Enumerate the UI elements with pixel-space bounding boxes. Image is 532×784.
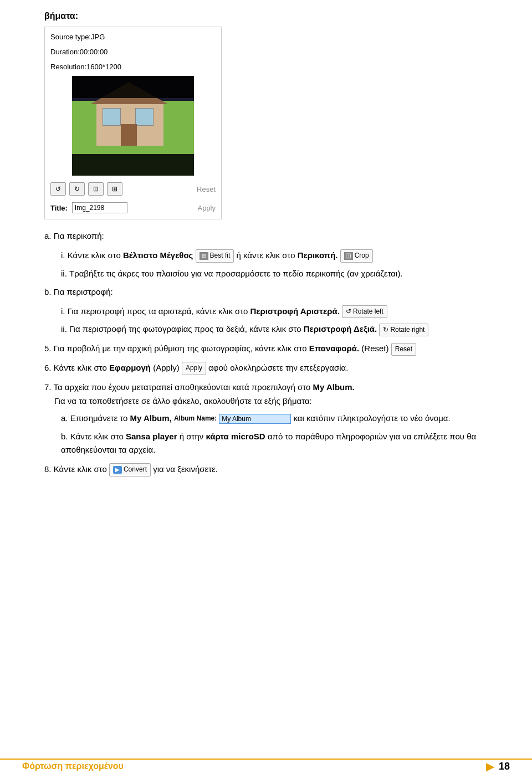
convert-icon: ▶ (113, 466, 122, 474)
footer: Φόρτωση περιεχομένου ▶ 18 (0, 759, 532, 773)
section-b-label: b. Για περιστροφή: (44, 285, 499, 299)
item7b: b. Κάντε κλικ στο Sansa player ή στην κά… (61, 430, 499, 458)
item7a-text: Επισημάνετε το (70, 413, 130, 423)
album-name-input[interactable] (219, 414, 291, 424)
section-b-subitems: i. Για περιστροφή προς τα αριστερά, κάντ… (61, 305, 499, 337)
apply-tool-btn[interactable]: Apply (197, 204, 216, 212)
item6-mid: (Apply) (153, 363, 182, 372)
item6: 6. Κάντε κλικ στο Εφαρμογή (Apply) Apply… (44, 361, 499, 375)
footer-arrow-icon: ▶ (486, 760, 494, 773)
title-row: Title: Apply (50, 202, 216, 213)
reset-tool-btn[interactable]: Reset (197, 185, 216, 193)
album-name-label: Album Name: (174, 413, 217, 424)
image-preview (72, 76, 194, 176)
crop-btn-label: Crop (355, 250, 369, 262)
crop-tool-btn[interactable]: ⊡ (88, 182, 104, 196)
convert-button[interactable]: ▶ Convert (109, 463, 151, 476)
b-ii-label: ii. (61, 324, 69, 334)
item7a: a. Επισημάνετε το My Album, Album Name: … (61, 412, 499, 426)
house-image (72, 76, 194, 176)
steps-heading: βήματα: (44, 11, 499, 21)
a-text: Για περικοπή: (54, 231, 104, 240)
b-ii-item: ii. Για περιστροφή της φωτογραφίας προς … (61, 322, 499, 336)
black-overlay-bottom (72, 154, 194, 176)
item7-label: 7. (44, 382, 53, 392)
title-input[interactable] (72, 202, 127, 213)
item7a-bold: My Album, (130, 413, 171, 423)
item5-text: Για προβολή με την αρχική ρύθμιση της φω… (54, 344, 309, 353)
item7b-bold1: Sansa player (126, 432, 177, 441)
black-overlay-top (72, 76, 194, 98)
a-i-text: Κάντε κλικ στο (68, 250, 123, 260)
item8-end: για να ξεκινήσετε. (153, 464, 218, 474)
footer-right: ▶ 18 (486, 760, 510, 773)
item7: 7. Τα αρχεία που έχουν μετατραπεί αποθηκ… (44, 381, 499, 457)
crop-icon: ⊡ (344, 252, 353, 260)
house-window-left (103, 108, 121, 126)
footer-text: Φόρτωση περιεχομένου (22, 761, 124, 771)
rotate-right-icon: ↻ (383, 325, 388, 336)
apply-btn-label: Apply (186, 363, 202, 374)
item7-sub: Για να τα τοποθετήσετε σε άλλο φάκελο, α… (54, 396, 312, 406)
section-a-subitems: i. Κάντε κλικ στο Βέλτιστο Μέγεθος ⊞ Bes… (61, 249, 499, 281)
b-ii-text: Για περιστροφή της φωτογραφίας προς τα δ… (69, 324, 304, 334)
toolbar: ↺ ↻ ⊡ ⊞ Reset (50, 180, 216, 198)
bestfit-tool-btn[interactable]: ⊞ (107, 182, 122, 196)
panel-duration: Duration:00:00:00 (50, 47, 216, 58)
b-i-label: i. (61, 306, 68, 316)
item6-text: Κάντε κλικ στο (54, 363, 109, 372)
rotate-right-tool-btn[interactable]: ↻ (69, 182, 85, 196)
image-panel: Source type:JPG Duration:00:00:00 Resolu… (44, 27, 222, 219)
a-i-item: i. Κάντε κλικ στο Βέλτιστο Μέγεθος ⊞ Bes… (61, 249, 499, 263)
reset-button[interactable]: Reset (391, 343, 416, 356)
b-label: b. (44, 287, 54, 296)
best-fit-btn-label: Best fit (210, 250, 231, 262)
a-ii-text: Τραβήξτε τις άκρες του πλαισίου για να π… (69, 269, 403, 278)
rotate-right-button[interactable]: ↻ Rotate right (379, 324, 428, 337)
panel-resolution: Resolution:1600*1200 (50, 62, 216, 73)
best-fit-button[interactable]: ⊞ Best fit (196, 249, 234, 263)
a-label: a. (44, 231, 54, 240)
item5-bold: Επαναφορά. (309, 344, 359, 353)
apply-button[interactable]: Apply (182, 362, 206, 375)
b-text: Για περιστροφή: (54, 287, 113, 296)
b-i-bold: Περιστροφή Αριστερά. (250, 306, 340, 316)
item5: 5. Για προβολή με την αρχική ρύθμιση της… (44, 342, 499, 356)
convert-btn-label: Convert (124, 464, 147, 475)
item8: 8. Κάντε κλικ στο ▶ Convert για να ξεκιν… (44, 463, 499, 476)
rotate-right-btn-label: Rotate right (390, 325, 424, 336)
section-a-label: a. Για περικοπή: (44, 229, 499, 243)
b-ii-bold: Περιστροφή Δεξιά. (304, 324, 377, 334)
section-a: a. Για περικοπή: i. Κάντε κλικ στο Βέλτι… (44, 229, 499, 336)
item7-text: Τα αρχεία που έχουν μετατραπεί αποθηκεύο… (53, 382, 313, 392)
item6-bold: Εφαρμογή (109, 363, 151, 372)
b-i-text: Για περιστροφή προς τα αριστερά, κάντε κ… (68, 306, 250, 316)
house-door (121, 124, 137, 146)
reset-btn-label: Reset (395, 344, 412, 355)
item5-paren: (Reset) (361, 344, 388, 353)
item7a-label: a. (61, 413, 70, 423)
item8-label: 8. (44, 464, 54, 474)
a-i-bold: Βέλτιστο Μέγεθος (123, 250, 193, 260)
a-ii-item: ii. Τραβήξτε τις άκρες του πλαισίου για … (61, 267, 499, 281)
item8-text: Κάντε κλικ στο (54, 464, 109, 474)
crop-button[interactable]: ⊡ Crop (340, 249, 373, 263)
a-i-bold2: Περικοπή. (298, 250, 338, 260)
item6-end: αφού ολοκληρώσετε την επεξεργασία. (208, 363, 348, 372)
rotate-left-button[interactable]: ↺ Rotate left (342, 305, 387, 319)
panel-source-type: Source type:JPG (50, 32, 216, 43)
best-fit-icon: ⊞ (200, 252, 208, 260)
item7-bold: My Album. (313, 382, 355, 392)
house-window-right (135, 108, 154, 126)
item6-label: 6. (44, 363, 54, 372)
footer-page-number: 18 (499, 761, 510, 772)
a-i-label: i. (61, 250, 68, 260)
rotate-left-btn-label: Rotate left (353, 306, 383, 317)
rotate-left-icon: ↺ (346, 306, 351, 317)
title-label: Title: (50, 204, 68, 212)
rotate-left-tool-btn[interactable]: ↺ (50, 182, 66, 196)
item7b-bold2: κάρτα microSD (206, 432, 265, 441)
item5-label: 5. (44, 344, 54, 353)
a-ii-label: ii. (61, 269, 69, 278)
a-i-mid: ή κάντε κλικ στο (236, 250, 297, 260)
